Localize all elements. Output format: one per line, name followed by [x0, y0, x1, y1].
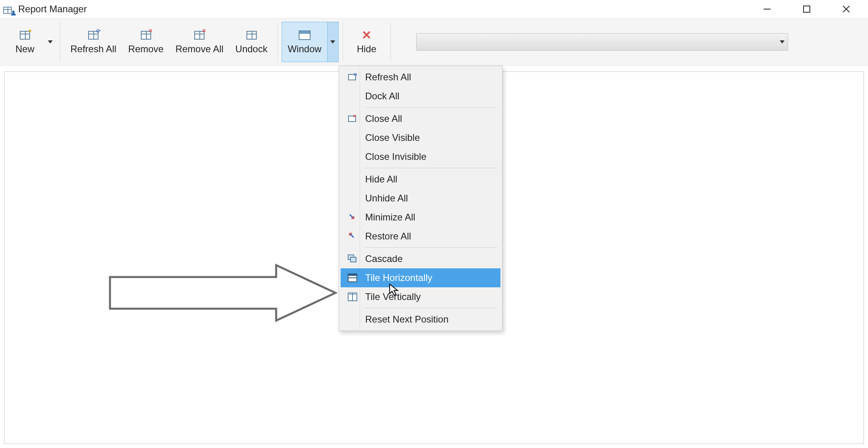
cascade-icon	[344, 254, 361, 263]
tile-horizontally-icon	[344, 273, 361, 282]
remove-all-label: Remove All	[175, 44, 223, 55]
menu-label: Cascade	[365, 253, 403, 264]
menu-item-tile-vertically[interactable]: Tile Vertically	[341, 287, 500, 306]
menu-divider	[364, 308, 497, 308]
refresh-all-button[interactable]: ⟳ Refresh All	[64, 22, 122, 62]
remove-button[interactable]: × Remove	[122, 22, 169, 62]
new-button[interactable]: ✦ New	[5, 22, 45, 62]
window-icon	[298, 29, 311, 41]
menu-item-hide-all[interactable]: Hide All	[341, 170, 500, 189]
restore-all-icon	[344, 232, 361, 241]
hide-icon: ✕	[360, 29, 373, 41]
new-dropdown-arrow[interactable]	[45, 22, 56, 62]
menu-item-tile-horizontally[interactable]: Tile Horizontally	[341, 268, 500, 287]
menu-label: Close Visible	[365, 132, 420, 143]
minimize-all-icon	[344, 213, 361, 222]
menu-label: Reset Next Position	[365, 314, 449, 325]
menu-item-close-visible[interactable]: Close Visible	[341, 128, 500, 147]
svg-rect-13	[348, 274, 357, 276]
window-dropdown-menu: ⟳ Refresh All Dock All × Close All Close…	[339, 66, 502, 331]
toolbar: ✦ New ⟳ Refresh All × Remove × Remove Al…	[0, 18, 868, 66]
remove-all-icon: ×	[193, 29, 206, 41]
menu-divider	[364, 168, 497, 168]
undock-button[interactable]: Undock	[229, 22, 273, 62]
new-icon: ✦	[18, 29, 32, 41]
content-area: ⟳ Refresh All Dock All × Close All Close…	[0, 66, 868, 448]
toolbar-separator	[277, 23, 278, 61]
window-label: Window	[288, 44, 321, 55]
toolbar-separator	[343, 23, 343, 61]
menu-item-close-all[interactable]: × Close All	[341, 109, 500, 128]
svg-text:⟳: ⟳	[354, 73, 357, 78]
close-all-icon: ×	[344, 115, 361, 123]
menu-item-close-invisible[interactable]: Close Invisible	[341, 147, 500, 166]
remove-label: Remove	[128, 44, 163, 55]
menu-label: Tile Horizontally	[365, 272, 432, 283]
window-split-button[interactable]: Window	[282, 22, 338, 62]
refresh-all-label: Refresh All	[70, 44, 116, 55]
toolbar-separator	[60, 23, 61, 61]
menu-divider	[364, 107, 497, 108]
menu-item-cascade[interactable]: Cascade	[341, 249, 500, 268]
toolbar-separator	[390, 23, 391, 61]
menu-divider	[364, 247, 497, 248]
window-controls	[761, 0, 868, 18]
undock-icon	[245, 29, 258, 41]
menu-label: Restore All	[365, 231, 411, 242]
close-button[interactable]	[840, 3, 852, 15]
menu-label: Close All	[365, 113, 402, 124]
remove-all-button[interactable]: × Remove All	[169, 22, 229, 62]
window-button[interactable]: Window	[282, 22, 327, 62]
toolbar-combobox[interactable]	[416, 33, 788, 51]
window-dropdown-arrow[interactable]	[327, 22, 338, 62]
refresh-all-icon: ⟳	[87, 29, 100, 41]
svg-rect-1	[804, 6, 810, 12]
menu-item-reset-next-position[interactable]: Reset Next Position	[341, 310, 500, 329]
chevron-down-icon	[780, 40, 785, 44]
menu-label: Dock All	[365, 91, 400, 102]
refresh-all-icon: ⟳	[344, 73, 361, 81]
undock-label: Undock	[235, 44, 267, 55]
new-label: New	[15, 44, 34, 55]
menu-item-restore-all[interactable]: Restore All	[341, 227, 500, 246]
svg-rect-5	[299, 31, 310, 33]
app-icon	[3, 4, 14, 14]
minimize-button[interactable]	[761, 3, 773, 15]
tile-vertically-icon	[344, 292, 361, 301]
svg-text:×: ×	[353, 115, 356, 119]
menu-item-unhide-all[interactable]: Unhide All	[341, 189, 500, 208]
menu-label: Unhide All	[365, 193, 408, 204]
menu-item-minimize-all[interactable]: Minimize All	[341, 208, 500, 227]
menu-item-dock-all[interactable]: Dock All	[341, 87, 500, 106]
svg-rect-11	[351, 257, 356, 262]
window-title: Report Manager	[18, 4, 87, 15]
menu-label: Minimize All	[365, 212, 415, 223]
menu-item-refresh-all[interactable]: ⟳ Refresh All	[341, 68, 500, 87]
remove-icon: ×	[139, 29, 153, 41]
menu-label: Hide All	[365, 174, 397, 185]
menu-label: Refresh All	[365, 72, 411, 83]
hide-label: Hide	[357, 44, 376, 55]
new-split-button[interactable]: ✦ New	[5, 22, 56, 62]
menu-label: Tile Vertically	[365, 291, 421, 302]
titlebar: Report Manager	[0, 0, 868, 18]
hide-button[interactable]: ✕ Hide	[347, 22, 387, 62]
menu-label: Close Invisible	[365, 151, 426, 162]
maximize-button[interactable]	[801, 3, 813, 15]
